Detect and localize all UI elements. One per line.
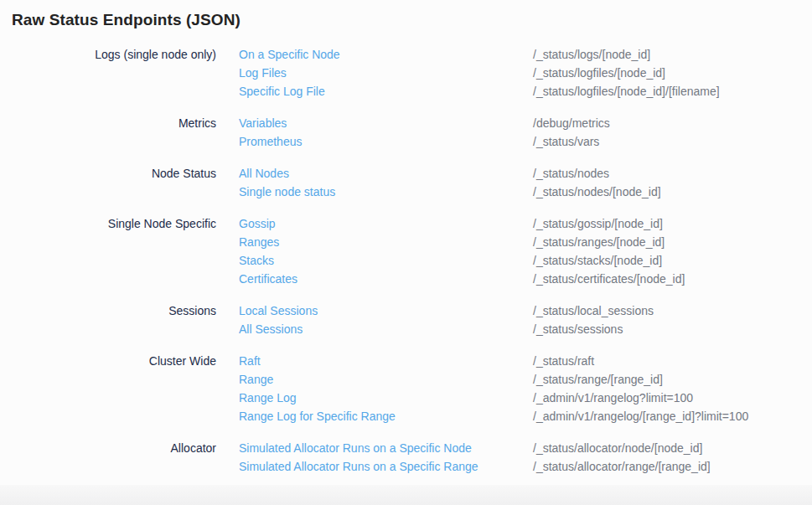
- group-rows: Local Sessions /_status/local_sessions A…: [239, 301, 654, 338]
- endpoint-row: All Sessions /_status/sessions: [239, 320, 654, 338]
- endpoint-path: /_status/stacks/[node_id]: [533, 251, 662, 270]
- endpoint-row: Certificates /_status/certificates/[node…: [239, 270, 685, 288]
- endpoint-link[interactable]: Prometheus: [239, 132, 533, 151]
- endpoint-link[interactable]: Gossip: [239, 214, 533, 233]
- group-label: Metrics: [0, 114, 216, 151]
- endpoint-row: Prometheus /_status/vars: [239, 132, 610, 151]
- endpoint-path: /_status/allocator/range/[range_id]: [533, 457, 711, 476]
- group-rows: All Nodes /_status/nodes Single node sta…: [239, 164, 661, 201]
- endpoint-link[interactable]: Range Log for Specific Range: [239, 407, 533, 425]
- footer-strip: [0, 485, 812, 505]
- endpoint-row: Range Log for Specific Range /_admin/v1/…: [239, 407, 748, 425]
- group-label: Node Status: [0, 164, 216, 201]
- group-rows: On a Specific Node /_status/logs/[node_i…: [239, 45, 720, 100]
- endpoint-group: Single Node Specific Gossip /_status/gos…: [0, 214, 812, 288]
- endpoint-row: Range /_status/range/[range_id]: [239, 370, 748, 389]
- group-label: Sessions: [0, 301, 216, 338]
- group-rows: Simulated Allocator Runs on a Specific N…: [239, 439, 711, 476]
- endpoint-link[interactable]: All Nodes: [239, 164, 533, 183]
- endpoint-link[interactable]: All Sessions: [239, 320, 533, 338]
- endpoint-path: /_status/local_sessions: [533, 301, 654, 320]
- endpoint-link[interactable]: Single node status: [239, 183, 533, 201]
- endpoint-path: /debug/metrics: [533, 114, 610, 132]
- endpoint-row: Variables /debug/metrics: [239, 114, 610, 132]
- endpoint-row: Log Files /_status/logfiles/[node_id]: [239, 64, 720, 82]
- endpoint-link[interactable]: Simulated Allocator Runs on a Specific N…: [239, 439, 533, 457]
- group-label: Single Node Specific: [0, 214, 216, 288]
- endpoint-group: Sessions Local Sessions /_status/local_s…: [0, 301, 812, 338]
- endpoint-link[interactable]: Variables: [239, 114, 533, 132]
- endpoint-row: Range Log /_admin/v1/rangelog?limit=100: [239, 389, 748, 407]
- endpoint-path: /_admin/v1/rangelog/[range_id]?limit=100: [533, 407, 748, 425]
- endpoint-group: Metrics Variables /debug/metrics Prometh…: [0, 114, 812, 151]
- endpoint-link[interactable]: Log Files: [239, 64, 533, 82]
- group-rows: Variables /debug/metrics Prometheus /_st…: [239, 114, 610, 151]
- endpoint-link[interactable]: On a Specific Node: [239, 45, 533, 64]
- endpoint-row: All Nodes /_status/nodes: [239, 164, 661, 183]
- endpoint-row: Specific Log File /_status/logfiles/[nod…: [239, 82, 720, 100]
- endpoint-path: /_status/ranges/[node_id]: [533, 233, 665, 251]
- endpoint-group: Allocator Simulated Allocator Runs on a …: [0, 439, 812, 476]
- endpoint-group: Cluster Wide Raft /_status/raft Range /_…: [0, 352, 812, 425]
- endpoint-path: /_status/range/[range_id]: [533, 370, 663, 389]
- endpoint-row: Simulated Allocator Runs on a Specific N…: [239, 439, 711, 457]
- endpoint-path: /_status/logfiles/[node_id]: [533, 64, 665, 82]
- endpoint-row: Gossip /_status/gossip/[node_id]: [239, 214, 685, 233]
- endpoint-path: /_status/logfiles/[node_id]/[filename]: [533, 82, 720, 100]
- group-label: Cluster Wide: [0, 352, 216, 425]
- endpoint-path: /_status/gossip/[node_id]: [533, 214, 663, 233]
- endpoint-path: /_status/raft: [533, 352, 594, 370]
- endpoint-path: /_admin/v1/rangelog?limit=100: [533, 389, 693, 407]
- endpoint-link[interactable]: Specific Log File: [239, 82, 533, 100]
- endpoint-row: Single node status /_status/nodes/[node_…: [239, 183, 661, 201]
- group-label: Allocator: [0, 439, 216, 476]
- endpoint-group: Node Status All Nodes /_status/nodes Sin…: [0, 164, 812, 201]
- endpoint-link[interactable]: Certificates: [239, 270, 533, 288]
- endpoint-path: /_status/nodes: [533, 164, 609, 183]
- endpoint-path: /_status/sessions: [533, 320, 623, 338]
- endpoint-row: Simulated Allocator Runs on a Specific R…: [239, 457, 711, 476]
- endpoint-path: /_status/certificates/[node_id]: [533, 270, 685, 288]
- debug-endpoints-page: Raw Status Endpoints (JSON) Logs (single…: [0, 0, 812, 505]
- endpoint-row: On a Specific Node /_status/logs/[node_i…: [239, 45, 720, 64]
- endpoint-path: /_status/vars: [533, 132, 599, 151]
- endpoint-path: /_status/allocator/node/[node_id]: [533, 439, 702, 457]
- endpoint-row: Local Sessions /_status/local_sessions: [239, 301, 654, 320]
- endpoint-link[interactable]: Range Log: [239, 389, 533, 407]
- endpoint-group: Logs (single node only) On a Specific No…: [0, 45, 812, 100]
- endpoint-row: Ranges /_status/ranges/[node_id]: [239, 233, 685, 251]
- page-title: Raw Status Endpoints (JSON): [0, 0, 812, 29]
- endpoint-link[interactable]: Range: [239, 370, 533, 389]
- endpoint-link[interactable]: Ranges: [239, 233, 533, 251]
- endpoint-path: /_status/logs/[node_id]: [533, 45, 650, 64]
- endpoint-path: /_status/nodes/[node_id]: [533, 183, 661, 201]
- endpoint-row: Raft /_status/raft: [239, 352, 748, 370]
- endpoint-link[interactable]: Stacks: [239, 251, 533, 270]
- group-label: Logs (single node only): [0, 45, 216, 100]
- group-rows: Raft /_status/raft Range /_status/range/…: [239, 352, 748, 425]
- endpoint-link[interactable]: Local Sessions: [239, 301, 533, 320]
- endpoint-link[interactable]: Simulated Allocator Runs on a Specific R…: [239, 457, 533, 476]
- group-rows: Gossip /_status/gossip/[node_id] Ranges …: [239, 214, 685, 288]
- endpoint-link[interactable]: Raft: [239, 352, 533, 370]
- endpoint-groups: Logs (single node only) On a Specific No…: [0, 45, 812, 476]
- endpoint-row: Stacks /_status/stacks/[node_id]: [239, 251, 685, 270]
